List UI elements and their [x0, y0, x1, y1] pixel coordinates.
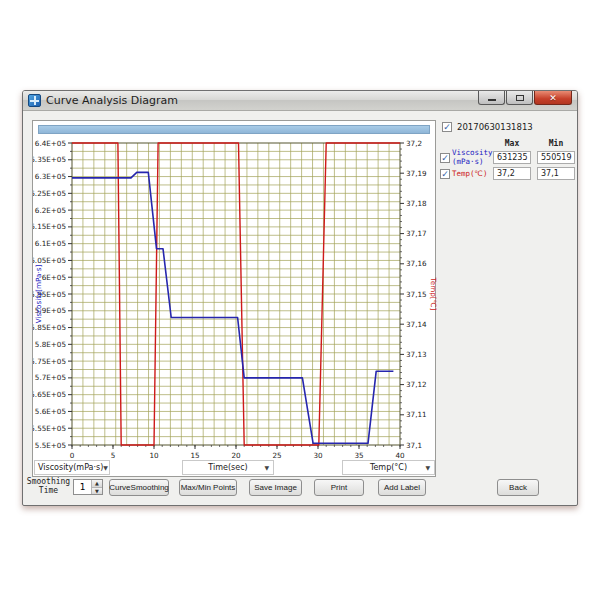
- svg-text:6.15E+05: 6.15E+05: [33, 222, 66, 231]
- svg-text:6.4E+05: 6.4E+05: [35, 139, 66, 148]
- check-icon: ✓: [441, 170, 449, 179]
- viscosity-max-value: 631235: [497, 153, 528, 162]
- svg-text:5.6E+05: 5.6E+05: [35, 407, 66, 416]
- smoothing-time-value: 1: [74, 480, 91, 494]
- x-axis-selector[interactable]: Time(sec) ▼: [182, 460, 274, 475]
- curve-analysis-window: Curve Analysis Diagram ✕ 6.4E+056.35E+05…: [22, 90, 578, 506]
- close-icon: ✕: [549, 92, 557, 104]
- svg-text:37,15: 37,15: [406, 290, 427, 299]
- x-axis-selector-value: Time(sec): [208, 463, 247, 472]
- right-axis-title: Temp[℃]: [429, 277, 437, 311]
- left-axis-selector[interactable]: Viscosity(mPa·s) ▼: [34, 460, 110, 475]
- svg-text:37,13: 37,13: [406, 350, 427, 359]
- svg-text:37,11: 37,11: [406, 410, 427, 419]
- add-label-button[interactable]: Add Label: [378, 479, 426, 496]
- svg-text:37,14: 37,14: [406, 320, 427, 329]
- smoothing-label-line2: Time: [26, 486, 71, 495]
- svg-text:5: 5: [111, 451, 116, 460]
- max-min-points-button[interactable]: Max/Min Points: [179, 479, 237, 496]
- curve-smoothing-button[interactable]: CurveSmoothing: [109, 479, 169, 496]
- window-title: Curve Analysis Diagram: [46, 94, 178, 107]
- svg-text:5.65E+05: 5.65E+05: [33, 390, 66, 399]
- smoothing-label-line1: Smoothing: [26, 477, 71, 486]
- temp-max-value: 37,2: [497, 169, 515, 178]
- svg-text:6.1E+05: 6.1E+05: [35, 239, 66, 248]
- right-axis-selector[interactable]: Temp(°C) ▼: [342, 460, 435, 475]
- minimize-icon: [488, 99, 496, 101]
- viscosity-min-value: 550519: [541, 153, 572, 162]
- viscosity-min-field[interactable]: 550519: [537, 151, 575, 164]
- svg-text:37,12: 37,12: [406, 380, 427, 389]
- chevron-down-icon: ▼: [264, 464, 269, 471]
- smoothing-time-label: Smoothing Time: [26, 477, 71, 495]
- svg-text:37,18: 37,18: [406, 199, 427, 208]
- temp-checkbox[interactable]: ✓: [440, 169, 450, 179]
- svg-text:37,19: 37,19: [406, 169, 427, 178]
- session-checkbox-row[interactable]: ✓ 20170630131813: [442, 122, 533, 132]
- temp-min-value: 37,1: [541, 169, 559, 178]
- svg-text:37,1: 37,1: [406, 441, 422, 450]
- maximize-button[interactable]: [506, 91, 533, 105]
- right-axis-selector-value: Temp(°C): [370, 463, 407, 472]
- app-icon: [28, 94, 41, 107]
- check-icon: ✓: [443, 123, 451, 132]
- svg-text:20: 20: [231, 451, 241, 460]
- svg-text:6.3E+05: 6.3E+05: [35, 172, 66, 181]
- svg-text:6.2E+05: 6.2E+05: [35, 206, 66, 215]
- svg-text:15: 15: [190, 451, 199, 460]
- maximize-icon: [516, 95, 524, 101]
- minimize-button[interactable]: [478, 91, 505, 105]
- spinner-down-icon[interactable]: ▼: [92, 487, 102, 495]
- svg-text:6.25E+05: 6.25E+05: [33, 189, 66, 198]
- svg-text:5.8E+05: 5.8E+05: [35, 340, 66, 349]
- left-axis-title: Viscosity[mPa·s]: [34, 264, 43, 323]
- smoothing-time-stepper[interactable]: 1 ▲ ▼: [73, 479, 103, 495]
- check-icon: ✓: [441, 154, 449, 163]
- svg-text:6E+05: 6E+05: [42, 273, 66, 282]
- svg-text:10: 10: [149, 451, 159, 460]
- svg-text:25: 25: [272, 451, 281, 460]
- temp-max-field[interactable]: 37,2: [493, 167, 531, 180]
- svg-text:40: 40: [395, 451, 405, 460]
- svg-text:5.55E+05: 5.55E+05: [33, 424, 66, 433]
- svg-text:6.35E+05: 6.35E+05: [33, 155, 66, 164]
- session-id-label: 20170630131813: [457, 122, 533, 132]
- temp-min-field[interactable]: 37,1: [537, 167, 575, 180]
- svg-text:5.85E+05: 5.85E+05: [33, 323, 66, 332]
- print-button[interactable]: Print: [314, 479, 364, 496]
- svg-text:37,16: 37,16: [406, 259, 427, 268]
- temp-stat-label: Temp(℃): [452, 170, 488, 179]
- save-image-button[interactable]: Save Image: [249, 479, 302, 496]
- svg-text:5.7E+05: 5.7E+05: [35, 373, 66, 382]
- svg-text:6.05E+05: 6.05E+05: [33, 256, 66, 265]
- svg-text:37,17: 37,17: [406, 229, 427, 238]
- viscosity-stat-label-line2: (mPa·s): [452, 158, 493, 167]
- session-checkbox[interactable]: ✓: [442, 122, 452, 132]
- chart-range-scrollbar[interactable]: [38, 125, 430, 134]
- close-button[interactable]: ✕: [534, 91, 572, 105]
- viscosity-max-field[interactable]: 631235: [493, 151, 531, 164]
- max-column-header: Max: [493, 139, 531, 148]
- viscosity-stat-label: Viscosity (mPa·s): [452, 149, 493, 166]
- left-axis-selector-value: Viscosity(mPa·s): [38, 463, 103, 472]
- svg-text:5.5E+05: 5.5E+05: [35, 441, 66, 450]
- chart-plot-svg: 6.4E+056.35E+056.3E+056.25E+056.2E+056.1…: [33, 137, 437, 460]
- svg-text:5.75E+05: 5.75E+05: [33, 357, 66, 366]
- svg-text:37,2: 37,2: [406, 139, 422, 148]
- titlebar[interactable]: Curve Analysis Diagram ✕: [23, 91, 577, 111]
- viscosity-checkbox[interactable]: ✓: [440, 153, 450, 163]
- chevron-down-icon: ▼: [425, 464, 430, 471]
- back-button[interactable]: Back: [497, 479, 539, 496]
- svg-text:30: 30: [313, 451, 323, 460]
- desktop-background: Curve Analysis Diagram ✕ 6.4E+056.35E+05…: [0, 0, 600, 600]
- chevron-down-icon: ▼: [103, 464, 108, 471]
- svg-text:0: 0: [70, 451, 75, 460]
- svg-text:35: 35: [354, 451, 363, 460]
- chart-panel: 6.4E+056.35E+056.3E+056.25E+056.2E+056.1…: [32, 120, 436, 477]
- min-column-header: Min: [537, 139, 575, 148]
